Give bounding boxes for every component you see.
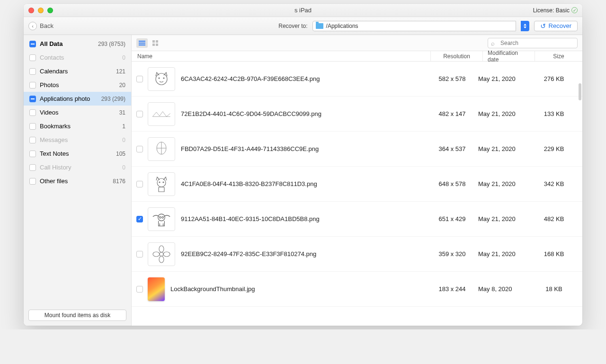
sidebar-item-label: Text Notes (40, 150, 112, 157)
close-window-button[interactable] (28, 8, 34, 13)
file-resolution: 582 x 578 (426, 75, 478, 82)
svg-point-10 (160, 252, 163, 256)
file-modified: May 21, 2020 (478, 215, 530, 222)
file-name: 92EEB9C2-8249-47F2-835C-E33F3F810274.png (181, 250, 426, 257)
sidebar-item-checkbox[interactable] (29, 41, 36, 47)
column-size[interactable]: Size (535, 51, 582, 61)
sidebar: All Data293 (8753)Contacts0Calendars121P… (24, 35, 132, 326)
sidebar-item[interactable]: Photos20 (24, 78, 131, 92)
sidebar-item[interactable]: Other files8176 (24, 174, 131, 188)
recover-to-label: Recover to: (278, 23, 307, 29)
sidebar-item-checkbox[interactable] (29, 68, 36, 75)
file-name: 9112AA51-84B1-40EC-9315-10C8DA1BD5B8.png (181, 215, 426, 222)
sidebar-item-label: Photos (40, 81, 116, 89)
file-row[interactable]: 4C1FA0E8-04F4-413B-8320-B237F8C811D3.png… (132, 167, 582, 202)
folder-icon (316, 23, 323, 29)
file-checkbox[interactable] (136, 286, 143, 293)
license-indicator[interactable]: License: Basic ✓ (533, 7, 578, 14)
file-size: 133 KB (530, 110, 578, 117)
mount-disk-button[interactable]: Mount found items as disk (28, 310, 126, 321)
file-modified: May 21, 2020 (478, 110, 530, 117)
sidebar-item-checkbox (29, 164, 36, 171)
minimize-window-button[interactable] (38, 8, 44, 13)
grid-icon (152, 40, 158, 46)
file-resolution: 648 x 578 (426, 180, 478, 187)
zoom-window-button[interactable] (47, 8, 53, 13)
sidebar-item-label: Calendars (40, 68, 112, 75)
sidebar-item-checkbox[interactable] (29, 178, 36, 185)
recover-to-path-field[interactable]: /Applications (312, 21, 516, 31)
file-row[interactable]: 92EEB9C2-8249-47F2-835C-E33F3F810274.png… (132, 237, 582, 272)
svg-point-12 (159, 256, 164, 263)
window-controls (28, 8, 53, 13)
file-thumbnail (148, 102, 175, 126)
main-toolbar: ‹ Back Recover to: /Applications ↻ Recov… (24, 17, 582, 35)
sidebar-item-count: 8176 (113, 178, 125, 185)
sidebar-item[interactable]: Videos31 (24, 106, 131, 119)
sidebar-item-label: Bookmarks (40, 123, 118, 130)
column-resolution[interactable]: Resolution (431, 51, 483, 61)
file-modified: May 21, 2020 (478, 75, 530, 82)
sidebar-item[interactable]: Applications photo293 (299) (24, 92, 131, 106)
file-size: 276 KB (530, 75, 578, 82)
sidebar-item[interactable]: Bookmarks1 (24, 119, 131, 133)
sidebar-item-checkbox[interactable] (29, 151, 36, 157)
file-checkbox[interactable] (136, 181, 143, 187)
file-row[interactable]: LockBackgroundThumbnail.jpg183 x 244May … (132, 272, 582, 307)
column-modified[interactable]: Modification date (483, 51, 535, 61)
sidebar-footer: Mount found items as disk (24, 305, 131, 326)
file-modified: May 21, 2020 (478, 250, 530, 257)
file-list[interactable]: 6CA3AC42-6242-4C2B-970A-F39E668C3EE4.png… (132, 62, 582, 326)
grid-view-button[interactable] (150, 38, 161, 48)
file-size: 168 KB (530, 250, 578, 257)
sidebar-item[interactable]: Calendars121 (24, 64, 131, 78)
sidebar-item-checkbox (29, 54, 36, 61)
file-name: LockBackgroundThumbnail.jpg (170, 285, 426, 293)
sidebar-item-count: 293 (8753) (98, 41, 125, 47)
license-label: License: Basic (533, 7, 570, 14)
file-checkbox[interactable] (136, 251, 143, 257)
sidebar-item[interactable]: All Data293 (8753) (24, 37, 131, 51)
file-thumbnail (148, 172, 175, 196)
sidebar-item-count: 0 (122, 137, 125, 143)
sidebar-item-count: 1 (122, 123, 125, 130)
sidebar-item-checkbox[interactable] (29, 96, 36, 102)
sidebar-item-checkbox[interactable] (29, 123, 36, 130)
list-view-button[interactable] (136, 38, 148, 48)
file-row[interactable]: ✓9112AA51-84B1-40EC-9315-10C8DA1BD5B8.pn… (132, 202, 582, 237)
svg-point-9 (162, 216, 164, 218)
file-checkbox[interactable]: ✓ (136, 216, 143, 222)
sidebar-item-checkbox[interactable] (29, 82, 36, 89)
view-toggle (136, 38, 161, 48)
file-checkbox[interactable] (136, 146, 143, 152)
svg-point-6 (163, 182, 164, 183)
sidebar-item-checkbox (29, 137, 36, 143)
file-name: 72E1B2D4-4401-4C6C-9D04-59DACBCC9099.png (181, 110, 426, 117)
sidebar-item-count: 293 (299) (101, 96, 125, 102)
sidebar-list: All Data293 (8753)Contacts0Calendars121P… (24, 35, 131, 305)
column-headers[interactable]: Name Resolution Modification date Size (132, 51, 582, 62)
scrollbar-thumb[interactable] (579, 83, 581, 100)
path-stepper-button[interactable] (521, 21, 529, 31)
column-name[interactable]: Name (132, 51, 431, 61)
sidebar-item[interactable]: Text Notes105 (24, 147, 131, 160)
svg-point-2 (163, 78, 164, 79)
back-button[interactable]: ‹ Back (28, 22, 53, 30)
file-row[interactable]: FBD07A29-D51E-4F31-A449-71143386CC9E.png… (132, 132, 582, 167)
file-row[interactable]: 6CA3AC42-6242-4C2B-970A-F39E668C3EE4.png… (132, 62, 582, 97)
file-resolution: 183 x 244 (426, 285, 478, 293)
check-icon: ✓ (571, 7, 578, 13)
svg-point-4 (157, 178, 166, 187)
file-checkbox[interactable] (136, 111, 143, 117)
file-checkbox[interactable] (136, 76, 143, 82)
sidebar-item-label: Call History (40, 164, 118, 171)
file-row[interactable]: 72E1B2D4-4401-4C6C-9D04-59DACBCC9099.png… (132, 97, 582, 132)
recover-icon: ↻ (540, 22, 546, 30)
sidebar-item-count: 0 (122, 54, 125, 61)
back-label: Back (40, 22, 53, 29)
svg-point-14 (163, 252, 170, 257)
sidebar-item-checkbox[interactable] (29, 109, 36, 116)
recover-button[interactable]: ↻ Recover (534, 21, 578, 31)
search-input[interactable] (488, 38, 578, 48)
file-resolution: 364 x 537 (426, 145, 478, 152)
